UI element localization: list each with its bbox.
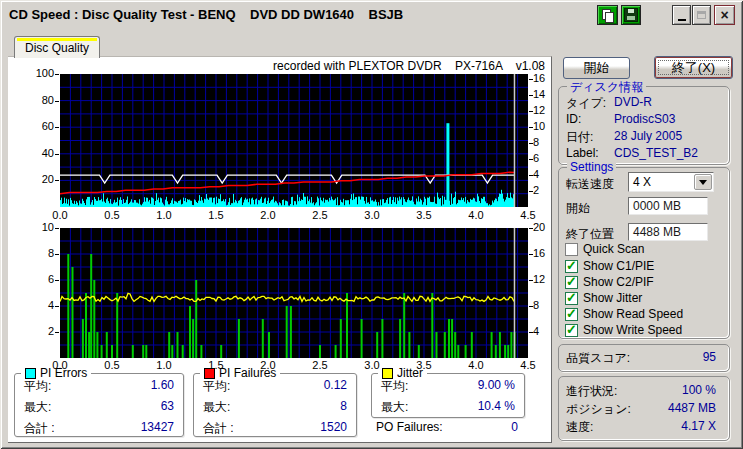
close-button[interactable]: ×: [714, 5, 735, 25]
position-label: ポジション:: [566, 401, 631, 418]
axis-tick-label: 4.0: [461, 209, 491, 221]
axis-tick-label: 2: [533, 184, 563, 196]
max-label: 最大:: [24, 399, 51, 416]
total-label: 合計 :: [24, 420, 55, 437]
total-value: 1520: [320, 420, 347, 437]
checkbox-label: Show Jitter: [583, 291, 642, 305]
end-pos-field[interactable]: 4488 MB: [628, 223, 708, 241]
axis-tick-label: 0.5: [97, 209, 127, 221]
avg-label: 平均:: [24, 378, 51, 395]
close-icon: ×: [720, 9, 728, 21]
checked-checkbox-icon[interactable]: [565, 308, 578, 321]
axis-tick-label: 3.0: [357, 209, 387, 221]
total-value: 13427: [141, 420, 174, 437]
checked-checkbox-icon[interactable]: [565, 324, 578, 337]
axis-tick-mark: [55, 280, 59, 281]
axis-tick-label: 10: [20, 221, 54, 233]
checkbox-label: Show C1/PIE: [583, 259, 654, 273]
progress-label: 進行状況:: [566, 383, 617, 400]
disc-type-value: DVD-R: [614, 95, 652, 109]
start-pos-label: 開始: [566, 200, 590, 217]
progress-value: 100 %: [630, 383, 716, 397]
axis-tick-label: 8: [533, 299, 563, 311]
axis-tick-label: 80: [20, 94, 54, 106]
axis-tick-label: 20: [533, 221, 563, 233]
checkbox-show-c2-pif[interactable]: Show C2/PIF: [565, 275, 654, 289]
axis-tick-mark: [529, 254, 533, 255]
disc-date-value: 28 July 2005: [614, 129, 682, 143]
pi-errors-speed-chart: [60, 74, 528, 207]
checkbox-show-write-speed[interactable]: Show Write Speed: [565, 323, 682, 337]
pi-errors-swatch: [25, 368, 36, 379]
max-label: 最大:: [381, 399, 408, 416]
axis-tick-mark: [529, 306, 533, 307]
maximize-button-disabled: [692, 5, 711, 25]
axis-tick-label: 6: [533, 152, 563, 164]
start-button-label: 開始: [584, 59, 610, 77]
disc-label-value: CDS_TEST_B2: [614, 146, 698, 160]
axis-tick-label: 14: [533, 88, 563, 100]
speed-label: 転送速度: [566, 176, 614, 193]
axis-tick-mark: [55, 180, 59, 181]
axis-tick-label: 100: [20, 67, 54, 79]
exit-button[interactable]: 終了(X): [654, 56, 733, 79]
axis-tick-mark: [529, 175, 533, 176]
axis-tick-label: 0.0: [45, 209, 75, 221]
chevron-down-icon[interactable]: [694, 174, 712, 190]
axis-tick-mark: [529, 127, 533, 128]
copy-button[interactable]: [597, 5, 618, 25]
end-pos-label: 終了位置: [566, 226, 614, 243]
avg-value: 1.60: [151, 378, 174, 395]
po-failures-label: PO Failures:: [376, 420, 443, 434]
disc-id-label: ID:: [566, 112, 581, 126]
axis-tick-mark: [529, 95, 533, 96]
axis-tick-label: 2.0: [253, 359, 283, 371]
checkbox-label: Show Read Speed: [583, 307, 683, 321]
axis-tick-mark: [55, 228, 59, 229]
tab-disc-quality[interactable]: Disc Quality: [14, 36, 100, 58]
pi-failures-jitter-chart: [60, 228, 528, 358]
chart-header-text: recorded with PLEXTOR DVDR PX-716A v1.08: [170, 59, 545, 73]
minimize-button[interactable]: [672, 5, 691, 25]
speed-current-value: 4.17 X: [630, 419, 716, 433]
checkbox-show-read-speed[interactable]: Show Read Speed: [565, 307, 683, 321]
minimize-icon: [678, 19, 686, 21]
save-button[interactable]: [621, 5, 641, 25]
pi-failures-legend: PI Failures 平均:0.12 最大:8 合計 :1520: [193, 373, 357, 437]
axis-tick-mark: [55, 74, 59, 75]
checked-checkbox-icon[interactable]: [565, 292, 578, 305]
axis-tick-label: 40: [20, 147, 54, 159]
start-button[interactable]: 開始: [563, 57, 630, 79]
avg-value: 0.12: [324, 378, 347, 395]
axis-tick-mark: [529, 79, 533, 80]
total-label: 合計 :: [203, 420, 234, 437]
unchecked-checkbox-icon[interactable]: [565, 243, 578, 256]
window-title: CD Speed : Disc Quality Test - BENQ DVD …: [3, 7, 403, 22]
speed-dropdown[interactable]: 4 X: [628, 172, 714, 192]
po-failures-row: PO Failures: 0: [376, 420, 518, 434]
axis-tick-label: 4.5: [513, 359, 543, 371]
axis-tick-label: 8: [20, 247, 54, 259]
axis-tick-mark: [55, 332, 59, 333]
axis-tick-label: 4.5: [513, 209, 543, 221]
disc-info-title: ディスク情報: [567, 79, 646, 96]
axis-tick-label: 4: [533, 168, 563, 180]
axis-tick-mark: [55, 306, 59, 307]
max-value: 63: [161, 399, 174, 416]
axis-tick-mark: [529, 332, 533, 333]
axis-tick-label: 2.0: [253, 209, 283, 221]
pi-errors-legend: PI Errors 平均:1.60 最大:63 合計 :13427: [14, 373, 184, 437]
checkbox-show-c1-pie[interactable]: Show C1/PIE: [565, 259, 654, 273]
copy-pages-icon: [602, 9, 613, 21]
start-pos-field[interactable]: 0000 MB: [628, 197, 708, 215]
checkbox-show-jitter[interactable]: Show Jitter: [565, 291, 642, 305]
end-pos-value: 4488 MB: [633, 225, 681, 239]
axis-tick-label: 2.5: [305, 359, 335, 371]
checked-checkbox-icon[interactable]: [565, 260, 578, 273]
save-floppy-icon: [624, 8, 638, 22]
checkbox-quick-scan[interactable]: Quick Scan: [565, 242, 644, 256]
avg-label: 平均:: [381, 378, 408, 395]
checked-checkbox-icon[interactable]: [565, 276, 578, 289]
quality-score-value: 95: [640, 350, 716, 364]
tab-label: Disc Quality: [25, 41, 89, 55]
